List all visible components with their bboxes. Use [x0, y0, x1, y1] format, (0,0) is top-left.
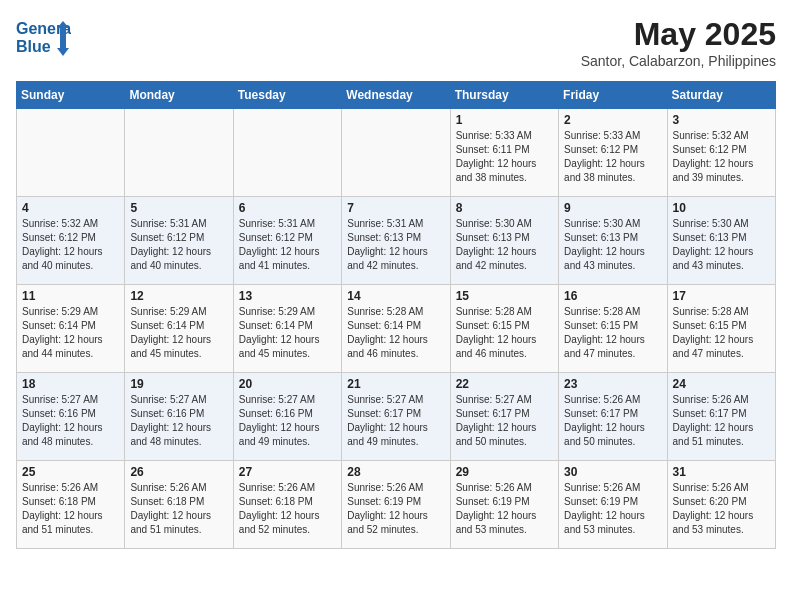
day-number: 18	[22, 377, 119, 391]
calendar-cell: 23Sunrise: 5:26 AM Sunset: 6:17 PM Dayli…	[559, 373, 667, 461]
calendar-cell: 12Sunrise: 5:29 AM Sunset: 6:14 PM Dayli…	[125, 285, 233, 373]
day-number: 20	[239, 377, 336, 391]
day-number: 22	[456, 377, 553, 391]
day-number: 14	[347, 289, 444, 303]
calendar-cell: 28Sunrise: 5:26 AM Sunset: 6:19 PM Dayli…	[342, 461, 450, 549]
calendar-cell	[17, 109, 125, 197]
day-number: 28	[347, 465, 444, 479]
day-info: Sunrise: 5:26 AM Sunset: 6:18 PM Dayligh…	[130, 481, 227, 537]
day-info: Sunrise: 5:27 AM Sunset: 6:17 PM Dayligh…	[347, 393, 444, 449]
day-number: 15	[456, 289, 553, 303]
calendar-cell: 21Sunrise: 5:27 AM Sunset: 6:17 PM Dayli…	[342, 373, 450, 461]
day-info: Sunrise: 5:31 AM Sunset: 6:12 PM Dayligh…	[239, 217, 336, 273]
calendar-cell: 16Sunrise: 5:28 AM Sunset: 6:15 PM Dayli…	[559, 285, 667, 373]
calendar-cell: 31Sunrise: 5:26 AM Sunset: 6:20 PM Dayli…	[667, 461, 775, 549]
calendar-cell: 19Sunrise: 5:27 AM Sunset: 6:16 PM Dayli…	[125, 373, 233, 461]
day-info: Sunrise: 5:27 AM Sunset: 6:17 PM Dayligh…	[456, 393, 553, 449]
day-info: Sunrise: 5:30 AM Sunset: 6:13 PM Dayligh…	[564, 217, 661, 273]
day-info: Sunrise: 5:28 AM Sunset: 6:14 PM Dayligh…	[347, 305, 444, 361]
day-number: 11	[22, 289, 119, 303]
day-info: Sunrise: 5:29 AM Sunset: 6:14 PM Dayligh…	[130, 305, 227, 361]
day-number: 21	[347, 377, 444, 391]
calendar-cell: 6Sunrise: 5:31 AM Sunset: 6:12 PM Daylig…	[233, 197, 341, 285]
day-info: Sunrise: 5:31 AM Sunset: 6:12 PM Dayligh…	[130, 217, 227, 273]
day-number: 17	[673, 289, 770, 303]
day-number: 29	[456, 465, 553, 479]
calendar-cell: 22Sunrise: 5:27 AM Sunset: 6:17 PM Dayli…	[450, 373, 558, 461]
location-subtitle: Santor, Calabarzon, Philippines	[581, 53, 776, 69]
day-info: Sunrise: 5:30 AM Sunset: 6:13 PM Dayligh…	[673, 217, 770, 273]
calendar-cell: 24Sunrise: 5:26 AM Sunset: 6:17 PM Dayli…	[667, 373, 775, 461]
day-number: 27	[239, 465, 336, 479]
day-info: Sunrise: 5:26 AM Sunset: 6:19 PM Dayligh…	[456, 481, 553, 537]
calendar-cell: 18Sunrise: 5:27 AM Sunset: 6:16 PM Dayli…	[17, 373, 125, 461]
page-header: GeneralBlue May 2025 Santor, Calabarzon,…	[16, 16, 776, 69]
day-number: 31	[673, 465, 770, 479]
day-number: 7	[347, 201, 444, 215]
day-info: Sunrise: 5:31 AM Sunset: 6:13 PM Dayligh…	[347, 217, 444, 273]
day-number: 12	[130, 289, 227, 303]
day-number: 4	[22, 201, 119, 215]
day-info: Sunrise: 5:26 AM Sunset: 6:20 PM Dayligh…	[673, 481, 770, 537]
calendar-cell: 5Sunrise: 5:31 AM Sunset: 6:12 PM Daylig…	[125, 197, 233, 285]
calendar-week-1: 1Sunrise: 5:33 AM Sunset: 6:11 PM Daylig…	[17, 109, 776, 197]
day-header-tuesday: Tuesday	[233, 82, 341, 109]
day-info: Sunrise: 5:26 AM Sunset: 6:18 PM Dayligh…	[22, 481, 119, 537]
day-number: 5	[130, 201, 227, 215]
day-header-friday: Friday	[559, 82, 667, 109]
calendar-cell: 7Sunrise: 5:31 AM Sunset: 6:13 PM Daylig…	[342, 197, 450, 285]
day-info: Sunrise: 5:28 AM Sunset: 6:15 PM Dayligh…	[673, 305, 770, 361]
calendar-cell: 4Sunrise: 5:32 AM Sunset: 6:12 PM Daylig…	[17, 197, 125, 285]
day-header-wednesday: Wednesday	[342, 82, 450, 109]
calendar-cell: 14Sunrise: 5:28 AM Sunset: 6:14 PM Dayli…	[342, 285, 450, 373]
svg-marker-2	[57, 21, 69, 56]
day-info: Sunrise: 5:26 AM Sunset: 6:19 PM Dayligh…	[564, 481, 661, 537]
calendar-week-5: 25Sunrise: 5:26 AM Sunset: 6:18 PM Dayli…	[17, 461, 776, 549]
day-number: 26	[130, 465, 227, 479]
day-info: Sunrise: 5:32 AM Sunset: 6:12 PM Dayligh…	[673, 129, 770, 185]
day-number: 24	[673, 377, 770, 391]
calendar-cell: 8Sunrise: 5:30 AM Sunset: 6:13 PM Daylig…	[450, 197, 558, 285]
day-number: 8	[456, 201, 553, 215]
day-header-sunday: Sunday	[17, 82, 125, 109]
logo: GeneralBlue	[16, 16, 71, 61]
calendar-cell	[342, 109, 450, 197]
day-number: 10	[673, 201, 770, 215]
calendar-week-4: 18Sunrise: 5:27 AM Sunset: 6:16 PM Dayli…	[17, 373, 776, 461]
calendar-cell: 20Sunrise: 5:27 AM Sunset: 6:16 PM Dayli…	[233, 373, 341, 461]
calendar-cell: 10Sunrise: 5:30 AM Sunset: 6:13 PM Dayli…	[667, 197, 775, 285]
day-info: Sunrise: 5:28 AM Sunset: 6:15 PM Dayligh…	[564, 305, 661, 361]
day-info: Sunrise: 5:33 AM Sunset: 6:12 PM Dayligh…	[564, 129, 661, 185]
calendar-cell	[233, 109, 341, 197]
day-number: 2	[564, 113, 661, 127]
calendar-cell: 15Sunrise: 5:28 AM Sunset: 6:15 PM Dayli…	[450, 285, 558, 373]
calendar-cell: 17Sunrise: 5:28 AM Sunset: 6:15 PM Dayli…	[667, 285, 775, 373]
title-area: May 2025 Santor, Calabarzon, Philippines	[581, 16, 776, 69]
calendar-cell: 2Sunrise: 5:33 AM Sunset: 6:12 PM Daylig…	[559, 109, 667, 197]
day-number: 9	[564, 201, 661, 215]
day-info: Sunrise: 5:32 AM Sunset: 6:12 PM Dayligh…	[22, 217, 119, 273]
calendar-cell	[125, 109, 233, 197]
day-number: 1	[456, 113, 553, 127]
calendar-cell: 30Sunrise: 5:26 AM Sunset: 6:19 PM Dayli…	[559, 461, 667, 549]
day-number: 3	[673, 113, 770, 127]
calendar-table: SundayMondayTuesdayWednesdayThursdayFrid…	[16, 81, 776, 549]
day-info: Sunrise: 5:33 AM Sunset: 6:11 PM Dayligh…	[456, 129, 553, 185]
day-header-saturday: Saturday	[667, 82, 775, 109]
calendar-cell: 1Sunrise: 5:33 AM Sunset: 6:11 PM Daylig…	[450, 109, 558, 197]
day-number: 30	[564, 465, 661, 479]
day-info: Sunrise: 5:26 AM Sunset: 6:17 PM Dayligh…	[564, 393, 661, 449]
day-number: 19	[130, 377, 227, 391]
calendar-cell: 3Sunrise: 5:32 AM Sunset: 6:12 PM Daylig…	[667, 109, 775, 197]
calendar-cell: 26Sunrise: 5:26 AM Sunset: 6:18 PM Dayli…	[125, 461, 233, 549]
day-info: Sunrise: 5:29 AM Sunset: 6:14 PM Dayligh…	[239, 305, 336, 361]
day-info: Sunrise: 5:29 AM Sunset: 6:14 PM Dayligh…	[22, 305, 119, 361]
day-info: Sunrise: 5:27 AM Sunset: 6:16 PM Dayligh…	[130, 393, 227, 449]
calendar-week-2: 4Sunrise: 5:32 AM Sunset: 6:12 PM Daylig…	[17, 197, 776, 285]
days-header-row: SundayMondayTuesdayWednesdayThursdayFrid…	[17, 82, 776, 109]
day-info: Sunrise: 5:26 AM Sunset: 6:18 PM Dayligh…	[239, 481, 336, 537]
day-header-monday: Monday	[125, 82, 233, 109]
logo-icon: GeneralBlue	[16, 16, 71, 61]
day-header-thursday: Thursday	[450, 82, 558, 109]
day-number: 16	[564, 289, 661, 303]
